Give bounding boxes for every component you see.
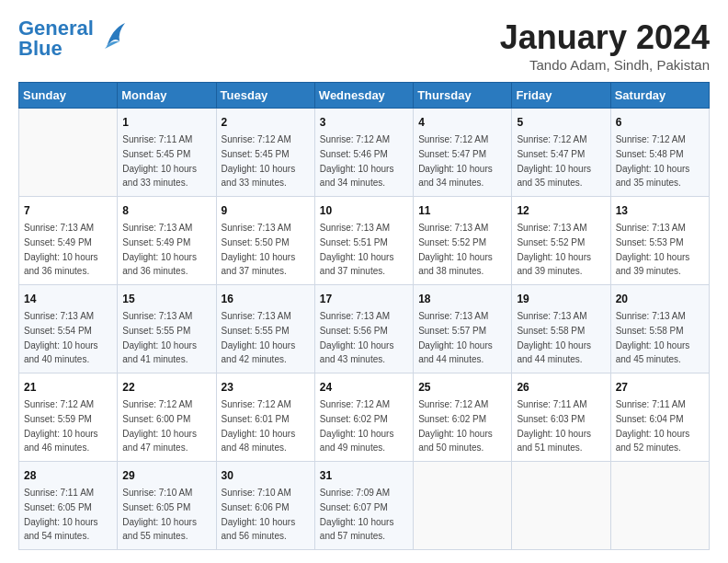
day-number: 16 bbox=[222, 291, 310, 307]
weekday-header-monday: Monday bbox=[118, 83, 216, 109]
day-info: Sunrise: 7:12 AM Sunset: 5:46 PM Dayligh… bbox=[320, 134, 394, 188]
weekday-header-friday: Friday bbox=[512, 83, 610, 109]
day-info: Sunrise: 7:12 AM Sunset: 6:02 PM Dayligh… bbox=[320, 399, 394, 453]
day-number: 5 bbox=[517, 114, 605, 131]
calendar-cell: 12Sunrise: 7:13 AM Sunset: 5:52 PM Dayli… bbox=[512, 197, 610, 285]
day-number: 15 bbox=[122, 291, 210, 307]
weekday-header-saturday: Saturday bbox=[610, 83, 709, 109]
calendar-cell: 28Sunrise: 7:11 AM Sunset: 6:05 PM Dayli… bbox=[19, 462, 118, 550]
calendar-cell: 20Sunrise: 7:13 AM Sunset: 5:58 PM Dayli… bbox=[610, 285, 709, 373]
logo: General Blue bbox=[18, 18, 129, 59]
calendar-cell bbox=[512, 462, 610, 550]
day-info: Sunrise: 7:13 AM Sunset: 5:58 PM Dayligh… bbox=[616, 311, 690, 364]
day-number: 28 bbox=[24, 467, 112, 484]
week-row-3: 14Sunrise: 7:13 AM Sunset: 5:54 PM Dayli… bbox=[19, 285, 710, 373]
weekday-header-sunday: Sunday bbox=[19, 83, 118, 109]
day-info: Sunrise: 7:12 AM Sunset: 6:01 PM Dayligh… bbox=[222, 399, 296, 453]
day-info: Sunrise: 7:13 AM Sunset: 5:53 PM Dayligh… bbox=[616, 223, 690, 276]
day-info: Sunrise: 7:12 AM Sunset: 5:45 PM Dayligh… bbox=[222, 134, 296, 188]
calendar-cell: 27Sunrise: 7:11 AM Sunset: 6:04 PM Dayli… bbox=[610, 373, 709, 462]
day-number: 13 bbox=[616, 202, 704, 219]
day-info: Sunrise: 7:11 AM Sunset: 6:05 PM Dayligh… bbox=[24, 488, 98, 541]
logo-general: General bbox=[18, 18, 94, 39]
calendar-cell: 4Sunrise: 7:12 AM Sunset: 5:47 PM Daylig… bbox=[414, 109, 512, 197]
day-info: Sunrise: 7:12 AM Sunset: 5:59 PM Dayligh… bbox=[24, 399, 98, 453]
day-info: Sunrise: 7:13 AM Sunset: 5:49 PM Dayligh… bbox=[24, 223, 98, 276]
calendar-cell: 31Sunrise: 7:09 AM Sunset: 6:07 PM Dayli… bbox=[314, 462, 413, 550]
day-number: 8 bbox=[122, 202, 210, 219]
calendar-cell: 17Sunrise: 7:13 AM Sunset: 5:56 PM Dayli… bbox=[314, 285, 413, 373]
day-info: Sunrise: 7:13 AM Sunset: 5:57 PM Dayligh… bbox=[418, 311, 493, 364]
month-title: January 2024 bbox=[500, 18, 710, 57]
day-info: Sunrise: 7:13 AM Sunset: 5:56 PM Dayligh… bbox=[320, 311, 394, 364]
day-info: Sunrise: 7:13 AM Sunset: 5:49 PM Dayligh… bbox=[122, 223, 197, 276]
day-number: 27 bbox=[616, 379, 704, 396]
day-info: Sunrise: 7:13 AM Sunset: 5:58 PM Dayligh… bbox=[517, 311, 591, 364]
day-info: Sunrise: 7:09 AM Sunset: 6:07 PM Dayligh… bbox=[320, 488, 394, 541]
calendar-cell: 2Sunrise: 7:12 AM Sunset: 5:45 PM Daylig… bbox=[216, 109, 314, 197]
day-number: 6 bbox=[616, 114, 704, 131]
day-number: 2 bbox=[222, 114, 310, 131]
logo-bird-icon bbox=[99, 19, 129, 58]
week-row-2: 7Sunrise: 7:13 AM Sunset: 5:49 PM Daylig… bbox=[19, 197, 710, 285]
calendar-cell: 14Sunrise: 7:13 AM Sunset: 5:54 PM Dayli… bbox=[19, 285, 118, 373]
week-row-4: 21Sunrise: 7:12 AM Sunset: 5:59 PM Dayli… bbox=[19, 373, 710, 462]
calendar-cell: 25Sunrise: 7:12 AM Sunset: 6:02 PM Dayli… bbox=[414, 373, 512, 462]
day-info: Sunrise: 7:10 AM Sunset: 6:05 PM Dayligh… bbox=[122, 488, 197, 541]
calendar-cell: 3Sunrise: 7:12 AM Sunset: 5:46 PM Daylig… bbox=[314, 109, 413, 197]
day-number: 12 bbox=[517, 202, 605, 219]
day-info: Sunrise: 7:13 AM Sunset: 5:54 PM Dayligh… bbox=[24, 311, 98, 364]
day-info: Sunrise: 7:13 AM Sunset: 5:52 PM Dayligh… bbox=[418, 223, 493, 276]
weekday-header-thursday: Thursday bbox=[414, 83, 512, 109]
day-info: Sunrise: 7:13 AM Sunset: 5:52 PM Dayligh… bbox=[517, 223, 591, 276]
calendar-cell: 8Sunrise: 7:13 AM Sunset: 5:49 PM Daylig… bbox=[118, 197, 216, 285]
calendar-cell bbox=[414, 462, 512, 550]
day-number: 3 bbox=[320, 114, 408, 131]
day-info: Sunrise: 7:13 AM Sunset: 5:50 PM Dayligh… bbox=[222, 223, 296, 276]
calendar-cell bbox=[610, 462, 709, 550]
day-number: 7 bbox=[24, 202, 112, 219]
calendar-cell: 30Sunrise: 7:10 AM Sunset: 6:06 PM Dayli… bbox=[216, 462, 314, 550]
day-info: Sunrise: 7:10 AM Sunset: 6:06 PM Dayligh… bbox=[222, 488, 296, 541]
day-number: 1 bbox=[122, 114, 210, 131]
day-info: Sunrise: 7:11 AM Sunset: 6:04 PM Dayligh… bbox=[616, 399, 690, 453]
location: Tando Adam, Sindh, Pakistan bbox=[500, 57, 710, 73]
day-number: 21 bbox=[24, 379, 112, 396]
calendar-cell: 23Sunrise: 7:12 AM Sunset: 6:01 PM Dayli… bbox=[216, 373, 314, 462]
calendar-cell: 1Sunrise: 7:11 AM Sunset: 5:45 PM Daylig… bbox=[118, 109, 216, 197]
calendar-cell: 22Sunrise: 7:12 AM Sunset: 6:00 PM Dayli… bbox=[118, 373, 216, 462]
logo-blue: Blue bbox=[18, 39, 94, 59]
day-number: 18 bbox=[418, 291, 506, 307]
calendar-cell: 29Sunrise: 7:10 AM Sunset: 6:05 PM Dayli… bbox=[118, 462, 216, 550]
calendar-cell: 11Sunrise: 7:13 AM Sunset: 5:52 PM Dayli… bbox=[414, 197, 512, 285]
weekday-header-wednesday: Wednesday bbox=[314, 83, 413, 109]
day-number: 23 bbox=[222, 379, 310, 396]
week-row-5: 28Sunrise: 7:11 AM Sunset: 6:05 PM Dayli… bbox=[19, 462, 710, 550]
day-number: 30 bbox=[222, 467, 310, 484]
calendar-cell bbox=[19, 109, 118, 197]
day-info: Sunrise: 7:13 AM Sunset: 5:55 PM Dayligh… bbox=[222, 311, 296, 364]
day-info: Sunrise: 7:12 AM Sunset: 6:02 PM Dayligh… bbox=[418, 399, 493, 453]
calendar-table: SundayMondayTuesdayWednesdayThursdayFrid… bbox=[18, 82, 710, 550]
calendar-cell: 9Sunrise: 7:13 AM Sunset: 5:50 PM Daylig… bbox=[216, 197, 314, 285]
day-number: 22 bbox=[122, 379, 210, 396]
day-number: 10 bbox=[320, 202, 408, 219]
day-info: Sunrise: 7:11 AM Sunset: 6:03 PM Dayligh… bbox=[517, 399, 591, 453]
weekday-header-tuesday: Tuesday bbox=[216, 83, 314, 109]
day-info: Sunrise: 7:12 AM Sunset: 5:47 PM Dayligh… bbox=[418, 134, 493, 188]
calendar-cell: 26Sunrise: 7:11 AM Sunset: 6:03 PM Dayli… bbox=[512, 373, 610, 462]
day-number: 25 bbox=[418, 379, 506, 396]
day-info: Sunrise: 7:11 AM Sunset: 5:45 PM Dayligh… bbox=[122, 134, 197, 188]
day-number: 24 bbox=[320, 379, 408, 396]
day-number: 20 bbox=[616, 291, 704, 307]
calendar-cell: 24Sunrise: 7:12 AM Sunset: 6:02 PM Dayli… bbox=[314, 373, 413, 462]
calendar-cell: 6Sunrise: 7:12 AM Sunset: 5:48 PM Daylig… bbox=[610, 109, 709, 197]
calendar-cell: 15Sunrise: 7:13 AM Sunset: 5:55 PM Dayli… bbox=[118, 285, 216, 373]
day-info: Sunrise: 7:13 AM Sunset: 5:51 PM Dayligh… bbox=[320, 223, 394, 276]
weekday-header-row: SundayMondayTuesdayWednesdayThursdayFrid… bbox=[19, 83, 710, 109]
day-number: 4 bbox=[418, 114, 506, 131]
calendar-cell: 13Sunrise: 7:13 AM Sunset: 5:53 PM Dayli… bbox=[610, 197, 709, 285]
day-number: 9 bbox=[222, 202, 310, 219]
week-row-1: 1Sunrise: 7:11 AM Sunset: 5:45 PM Daylig… bbox=[19, 109, 710, 197]
day-number: 17 bbox=[320, 291, 408, 307]
